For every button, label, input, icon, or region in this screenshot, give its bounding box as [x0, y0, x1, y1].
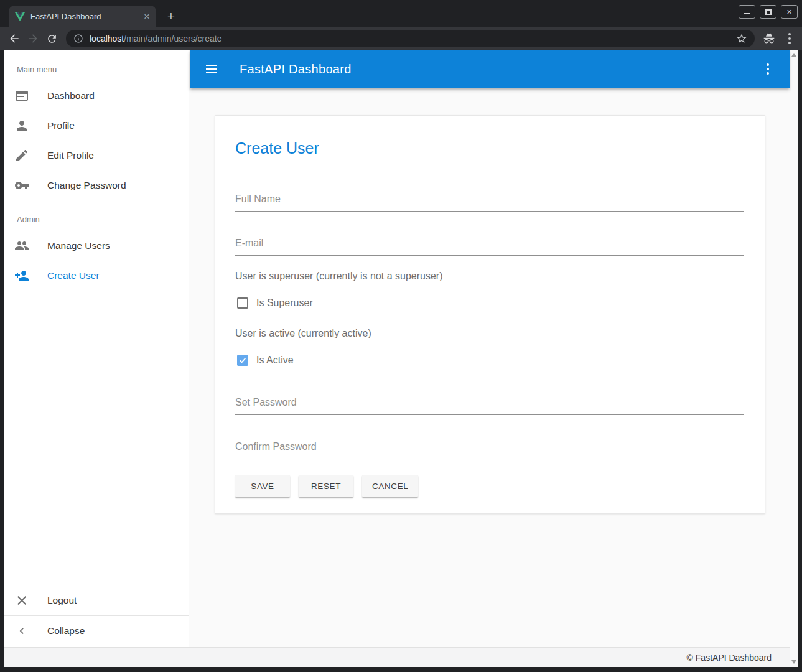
- sidebar-item-manage-users[interactable]: Manage Users: [4, 231, 189, 261]
- incognito-icon: [760, 29, 778, 48]
- people-icon: [14, 238, 29, 253]
- sidebar-bottom-group: Logout Collapse: [4, 586, 189, 646]
- sidebar-item-label: Manage Users: [47, 240, 110, 251]
- full-name-input[interactable]: [235, 193, 744, 212]
- window-minimize-button[interactable]: [739, 5, 755, 19]
- sidebar-item-dashboard[interactable]: Dashboard: [4, 81, 189, 111]
- sidebar-item-label: Profile: [47, 120, 75, 131]
- sidebar-item-create-user[interactable]: Create User: [4, 261, 189, 291]
- create-user-card: Create User User is superuser (currently…: [215, 115, 765, 514]
- bookmark-star-icon[interactable]: [736, 33, 747, 44]
- sidebar-item-label: Dashboard: [47, 90, 95, 101]
- sidebar-item-label: Edit Profile: [47, 150, 94, 161]
- sidebar-item-label: Collapse: [47, 625, 85, 637]
- email-input[interactable]: [235, 237, 744, 256]
- close-x-icon: [14, 593, 29, 608]
- sidebar-item-label: Create User: [47, 270, 100, 281]
- sidebar-item-edit-profile[interactable]: Edit Profile: [4, 141, 189, 170]
- superuser-checkbox-label: Is Superuser: [256, 297, 313, 309]
- active-hint: User is active (currently active): [235, 327, 744, 340]
- sidebar-item-label: Logout: [47, 595, 77, 606]
- url-host: localhost: [90, 34, 124, 44]
- app-bar: FastAPI Dashboard: [190, 50, 790, 88]
- chevron-left-icon: [14, 623, 29, 638]
- pencil-icon: [14, 148, 29, 163]
- superuser-hint: User is superuser (currently is not a su…: [235, 270, 744, 282]
- sidebar-item-logout[interactable]: Logout: [4, 586, 189, 615]
- sidebar-section-main-menu: Main menu: [4, 50, 189, 81]
- browser-toolbar: localhost/main/admin/users/create: [0, 27, 802, 50]
- set-password-input[interactable]: [235, 396, 744, 415]
- superuser-checkbox-row[interactable]: Is Superuser: [235, 297, 744, 309]
- form-actions: SAVE RESET CANCEL: [235, 475, 744, 497]
- browser-window: FastAPI Dashboard × + ✕ localhost/main/a…: [0, 0, 802, 672]
- site-info-icon[interactable]: [73, 34, 83, 44]
- window-close-button[interactable]: ✕: [781, 5, 798, 19]
- hamburger-menu-icon[interactable]: [204, 62, 219, 77]
- forward-button[interactable]: [24, 29, 42, 48]
- sidebar-item-collapse[interactable]: Collapse: [4, 616, 189, 646]
- confirm-password-input[interactable]: [235, 441, 744, 459]
- url-text: localhost/main/admin/users/create: [90, 34, 221, 44]
- full-name-field-wrap: [235, 193, 744, 212]
- email-field-wrap: [235, 237, 744, 256]
- sidebar-item-profile[interactable]: Profile: [4, 111, 189, 141]
- active-checkbox[interactable]: [237, 355, 248, 366]
- copyright-text: © FastAPI Dashboard: [687, 653, 772, 663]
- sidebar-item-label: Change Password: [47, 180, 126, 191]
- dashboard-icon: [14, 88, 29, 103]
- set-password-field-wrap: [235, 396, 744, 415]
- browser-tab-strip: FastAPI Dashboard × + ✕: [0, 0, 802, 27]
- page-footer: © FastAPI Dashboard: [4, 647, 790, 667]
- window-maximize-button[interactable]: [760, 5, 776, 19]
- active-checkbox-row[interactable]: Is Active: [235, 354, 744, 366]
- tab-title: FastAPI Dashboard: [30, 12, 138, 21]
- cancel-button[interactable]: CANCEL: [362, 475, 418, 497]
- key-icon: [14, 178, 29, 193]
- browser-menu-kebab-icon[interactable]: [778, 29, 797, 48]
- appbar-kebab-icon[interactable]: [760, 63, 775, 75]
- vue-logo-icon: [15, 12, 25, 22]
- url-path: /main/admin/users/create: [124, 34, 221, 44]
- superuser-checkbox[interactable]: [237, 297, 248, 309]
- save-button[interactable]: SAVE: [235, 475, 290, 497]
- window-controls: ✕: [739, 5, 798, 19]
- browser-tab[interactable]: FastAPI Dashboard ×: [9, 6, 156, 27]
- sidebar-section-admin: Admin: [4, 203, 189, 231]
- person-add-icon: [14, 268, 29, 283]
- reset-button[interactable]: RESET: [299, 475, 353, 497]
- sidebar-item-change-password[interactable]: Change Password: [4, 170, 189, 200]
- main-area: FastAPI Dashboard Create User User is su…: [190, 50, 790, 647]
- scroll-down-arrow-icon[interactable]: [791, 660, 796, 664]
- page-title: Create User: [235, 139, 744, 158]
- address-bar[interactable]: localhost/main/admin/users/create: [66, 30, 755, 47]
- reload-button[interactable]: [42, 29, 61, 48]
- back-button[interactable]: [5, 29, 24, 48]
- scroll-up-arrow-icon[interactable]: [791, 53, 796, 57]
- app-title: FastAPI Dashboard: [240, 62, 352, 77]
- confirm-password-field-wrap: [235, 441, 744, 459]
- page-viewport: Main menu Dashboard Profile Edit Profile: [4, 50, 798, 667]
- person-icon: [14, 118, 29, 133]
- new-tab-button[interactable]: +: [162, 7, 180, 25]
- sidebar: Main menu Dashboard Profile Edit Profile: [4, 50, 189, 647]
- active-checkbox-label: Is Active: [256, 355, 294, 366]
- tab-close-icon[interactable]: ×: [144, 11, 150, 22]
- page-scrollbar[interactable]: [790, 50, 798, 667]
